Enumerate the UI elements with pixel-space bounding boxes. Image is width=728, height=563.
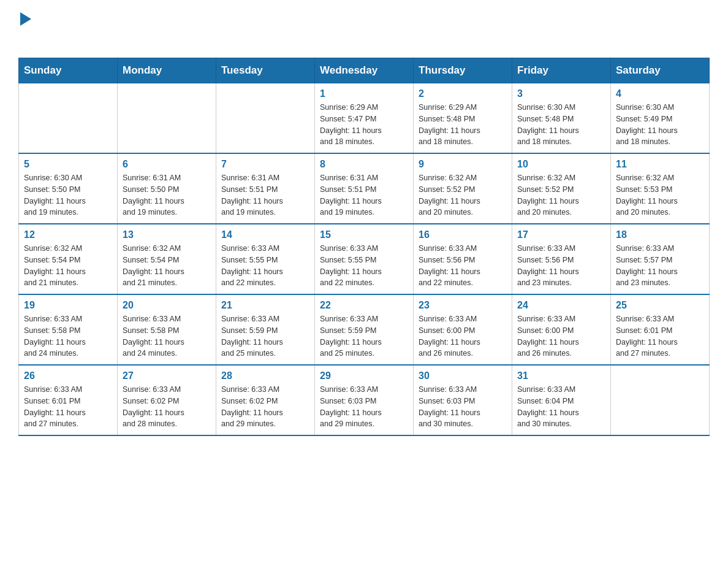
day-info: Sunrise: 6:30 AM Sunset: 5:48 PM Dayligh… xyxy=(517,102,605,148)
calendar-cell: 27Sunrise: 6:33 AM Sunset: 6:02 PM Dayli… xyxy=(118,365,216,435)
calendar-body: 1Sunrise: 6:29 AM Sunset: 5:47 PM Daylig… xyxy=(19,83,710,436)
calendar-cell: 13Sunrise: 6:32 AM Sunset: 5:54 PM Dayli… xyxy=(118,224,216,294)
day-info: Sunrise: 6:33 AM Sunset: 5:58 PM Dayligh… xyxy=(123,313,211,359)
calendar-cell: 9Sunrise: 6:32 AM Sunset: 5:52 PM Daylig… xyxy=(414,153,512,224)
day-info: Sunrise: 6:33 AM Sunset: 6:00 PM Dayligh… xyxy=(419,313,507,359)
day-info: Sunrise: 6:32 AM Sunset: 5:54 PM Dayligh… xyxy=(123,243,211,289)
day-number: 2 xyxy=(419,88,507,99)
calendar-cell xyxy=(19,83,118,154)
day-info: Sunrise: 6:31 AM Sunset: 5:51 PM Dayligh… xyxy=(221,172,309,218)
calendar-cell: 30Sunrise: 6:33 AM Sunset: 6:03 PM Dayli… xyxy=(414,365,512,435)
day-number: 3 xyxy=(517,88,605,99)
day-info: Sunrise: 6:33 AM Sunset: 5:55 PM Dayligh… xyxy=(221,243,309,289)
day-number: 5 xyxy=(24,159,112,170)
page-header xyxy=(18,12,710,45)
calendar-cell xyxy=(118,83,216,154)
day-info: Sunrise: 6:29 AM Sunset: 5:48 PM Dayligh… xyxy=(419,102,507,148)
calendar-header: SundayMondayTuesdayWednesdayThursdayFrid… xyxy=(19,58,710,83)
day-info: Sunrise: 6:33 AM Sunset: 6:03 PM Dayligh… xyxy=(419,384,507,430)
calendar-cell: 12Sunrise: 6:32 AM Sunset: 5:54 PM Dayli… xyxy=(19,224,118,294)
day-info: Sunrise: 6:33 AM Sunset: 6:00 PM Dayligh… xyxy=(517,313,605,359)
calendar-cell: 1Sunrise: 6:29 AM Sunset: 5:47 PM Daylig… xyxy=(315,83,414,154)
day-info: Sunrise: 6:31 AM Sunset: 5:50 PM Dayligh… xyxy=(123,172,211,218)
day-number: 15 xyxy=(320,229,408,240)
calendar-cell: 25Sunrise: 6:33 AM Sunset: 6:01 PM Dayli… xyxy=(611,294,710,365)
day-info: Sunrise: 6:33 AM Sunset: 5:56 PM Dayligh… xyxy=(419,243,507,289)
calendar-cell: 31Sunrise: 6:33 AM Sunset: 6:04 PM Dayli… xyxy=(512,365,611,435)
calendar-cell: 2Sunrise: 6:29 AM Sunset: 5:48 PM Daylig… xyxy=(414,83,512,154)
day-info: Sunrise: 6:33 AM Sunset: 5:56 PM Dayligh… xyxy=(517,243,605,289)
calendar-cell xyxy=(611,365,710,435)
calendar-table: SundayMondayTuesdayWednesdayThursdayFrid… xyxy=(18,58,710,436)
day-info: Sunrise: 6:32 AM Sunset: 5:52 PM Dayligh… xyxy=(419,172,507,218)
calendar-week-2: 5Sunrise: 6:30 AM Sunset: 5:50 PM Daylig… xyxy=(19,153,710,224)
day-info: Sunrise: 6:29 AM Sunset: 5:47 PM Dayligh… xyxy=(320,102,408,148)
day-number: 26 xyxy=(24,370,112,381)
day-header-thursday: Thursday xyxy=(414,58,512,83)
day-header-saturday: Saturday xyxy=(611,58,710,83)
calendar-cell: 17Sunrise: 6:33 AM Sunset: 5:56 PM Dayli… xyxy=(512,224,611,294)
day-info: Sunrise: 6:33 AM Sunset: 6:01 PM Dayligh… xyxy=(24,384,112,430)
calendar-cell: 4Sunrise: 6:30 AM Sunset: 5:49 PM Daylig… xyxy=(611,83,710,154)
logo xyxy=(18,12,31,45)
day-number: 21 xyxy=(221,300,309,311)
day-info: Sunrise: 6:30 AM Sunset: 5:49 PM Dayligh… xyxy=(616,102,704,148)
day-number: 19 xyxy=(24,300,112,311)
calendar-cell: 23Sunrise: 6:33 AM Sunset: 6:00 PM Dayli… xyxy=(414,294,512,365)
calendar-cell: 29Sunrise: 6:33 AM Sunset: 6:03 PM Dayli… xyxy=(315,365,414,435)
day-info: Sunrise: 6:33 AM Sunset: 5:55 PM Dayligh… xyxy=(320,243,408,289)
day-info: Sunrise: 6:33 AM Sunset: 5:58 PM Dayligh… xyxy=(24,313,112,359)
day-header-wednesday: Wednesday xyxy=(315,58,414,83)
day-number: 24 xyxy=(517,300,605,311)
day-number: 20 xyxy=(123,300,211,311)
day-info: Sunrise: 6:33 AM Sunset: 6:02 PM Dayligh… xyxy=(221,384,309,430)
day-info: Sunrise: 6:32 AM Sunset: 5:53 PM Dayligh… xyxy=(616,172,704,218)
day-number: 16 xyxy=(419,229,507,240)
calendar-week-4: 19Sunrise: 6:33 AM Sunset: 5:58 PM Dayli… xyxy=(19,294,710,365)
calendar-cell: 7Sunrise: 6:31 AM Sunset: 5:51 PM Daylig… xyxy=(216,153,315,224)
day-number: 10 xyxy=(517,159,605,170)
day-number: 7 xyxy=(221,159,309,170)
day-number: 22 xyxy=(320,300,408,311)
calendar-cell: 11Sunrise: 6:32 AM Sunset: 5:53 PM Dayli… xyxy=(611,153,710,224)
calendar-cell: 3Sunrise: 6:30 AM Sunset: 5:48 PM Daylig… xyxy=(512,83,611,154)
calendar-cell: 21Sunrise: 6:33 AM Sunset: 5:59 PM Dayli… xyxy=(216,294,315,365)
calendar-cell: 26Sunrise: 6:33 AM Sunset: 6:01 PM Dayli… xyxy=(19,365,118,435)
calendar-cell: 16Sunrise: 6:33 AM Sunset: 5:56 PM Dayli… xyxy=(414,224,512,294)
day-info: Sunrise: 6:33 AM Sunset: 5:59 PM Dayligh… xyxy=(221,313,309,359)
calendar-cell: 24Sunrise: 6:33 AM Sunset: 6:00 PM Dayli… xyxy=(512,294,611,365)
calendar-week-1: 1Sunrise: 6:29 AM Sunset: 5:47 PM Daylig… xyxy=(19,83,710,154)
day-number: 9 xyxy=(419,159,507,170)
day-info: Sunrise: 6:32 AM Sunset: 5:52 PM Dayligh… xyxy=(517,172,605,218)
calendar-cell xyxy=(216,83,315,154)
day-info: Sunrise: 6:32 AM Sunset: 5:54 PM Dayligh… xyxy=(24,243,112,289)
day-number: 14 xyxy=(221,229,309,240)
svg-marker-0 xyxy=(20,12,31,26)
calendar-cell: 15Sunrise: 6:33 AM Sunset: 5:55 PM Dayli… xyxy=(315,224,414,294)
day-info: Sunrise: 6:33 AM Sunset: 6:02 PM Dayligh… xyxy=(123,384,211,430)
calendar-cell: 28Sunrise: 6:33 AM Sunset: 6:02 PM Dayli… xyxy=(216,365,315,435)
day-number: 4 xyxy=(616,88,704,99)
day-info: Sunrise: 6:31 AM Sunset: 5:51 PM Dayligh… xyxy=(320,172,408,218)
day-number: 30 xyxy=(419,370,507,381)
day-info: Sunrise: 6:33 AM Sunset: 5:57 PM Dayligh… xyxy=(616,243,704,289)
calendar-cell: 6Sunrise: 6:31 AM Sunset: 5:50 PM Daylig… xyxy=(118,153,216,224)
calendar-week-5: 26Sunrise: 6:33 AM Sunset: 6:01 PM Dayli… xyxy=(19,365,710,435)
day-number: 6 xyxy=(123,159,211,170)
calendar-cell: 20Sunrise: 6:33 AM Sunset: 5:58 PM Dayli… xyxy=(118,294,216,365)
day-info: Sunrise: 6:33 AM Sunset: 6:04 PM Dayligh… xyxy=(517,384,605,430)
day-header-monday: Monday xyxy=(118,58,216,83)
day-info: Sunrise: 6:33 AM Sunset: 5:59 PM Dayligh… xyxy=(320,313,408,359)
day-number: 8 xyxy=(320,159,408,170)
day-info: Sunrise: 6:33 AM Sunset: 6:01 PM Dayligh… xyxy=(616,313,704,359)
calendar-cell: 10Sunrise: 6:32 AM Sunset: 5:52 PM Dayli… xyxy=(512,153,611,224)
day-info: Sunrise: 6:30 AM Sunset: 5:50 PM Dayligh… xyxy=(24,172,112,218)
calendar-cell: 19Sunrise: 6:33 AM Sunset: 5:58 PM Dayli… xyxy=(19,294,118,365)
calendar-cell: 18Sunrise: 6:33 AM Sunset: 5:57 PM Dayli… xyxy=(611,224,710,294)
day-number: 25 xyxy=(616,300,704,311)
day-of-week-row: SundayMondayTuesdayWednesdayThursdayFrid… xyxy=(19,58,710,83)
day-number: 17 xyxy=(517,229,605,240)
day-header-friday: Friday xyxy=(512,58,611,83)
day-number: 23 xyxy=(419,300,507,311)
calendar-cell: 22Sunrise: 6:33 AM Sunset: 5:59 PM Dayli… xyxy=(315,294,414,365)
